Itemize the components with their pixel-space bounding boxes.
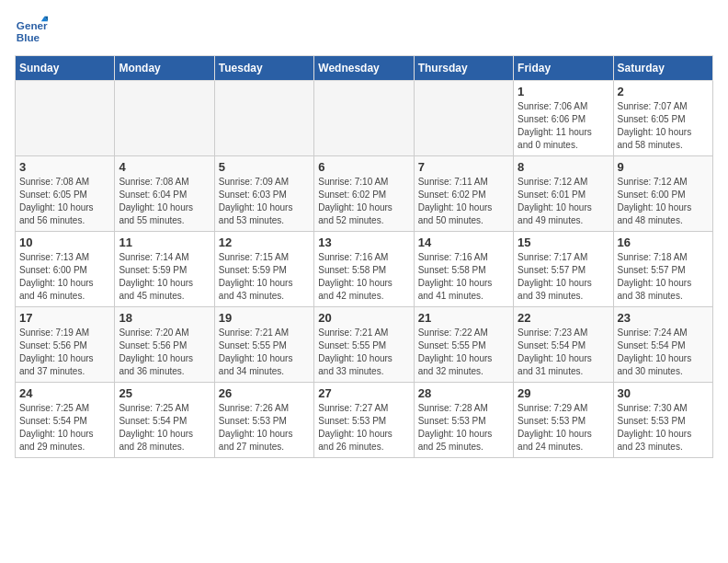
day-info: Sunrise: 7:21 AM Sunset: 5:55 PM Dayligh… bbox=[318, 327, 409, 378]
day-info: Sunrise: 7:20 AM Sunset: 5:56 PM Dayligh… bbox=[119, 327, 210, 378]
day-info: Sunrise: 7:15 AM Sunset: 5:59 PM Dayligh… bbox=[219, 251, 310, 303]
day-info: Sunrise: 7:29 AM Sunset: 5:53 PM Dayligh… bbox=[518, 402, 609, 454]
day-number: 6 bbox=[318, 160, 409, 174]
logo: General Blue bbox=[15, 15, 48, 48]
day-info: Sunrise: 7:24 AM Sunset: 5:54 PM Dayligh… bbox=[618, 327, 709, 378]
day-number: 13 bbox=[318, 236, 409, 249]
page-header: General Blue bbox=[15, 15, 713, 48]
day-info: Sunrise: 7:09 AM Sunset: 6:03 PM Dayligh… bbox=[219, 176, 310, 227]
calendar-week-row: 1Sunrise: 7:06 AM Sunset: 6:06 PM Daylig… bbox=[16, 81, 713, 156]
calendar-cell: 3Sunrise: 7:08 AM Sunset: 6:05 PM Daylig… bbox=[16, 156, 115, 232]
calendar-cell: 26Sunrise: 7:26 AM Sunset: 5:53 PM Dayli… bbox=[214, 383, 313, 458]
day-info: Sunrise: 7:13 AM Sunset: 6:00 PM Dayligh… bbox=[19, 251, 110, 303]
day-info: Sunrise: 7:10 AM Sunset: 6:02 PM Dayligh… bbox=[318, 176, 409, 227]
day-number: 20 bbox=[318, 311, 409, 325]
day-number: 2 bbox=[618, 85, 709, 98]
day-info: Sunrise: 7:18 AM Sunset: 5:57 PM Dayligh… bbox=[618, 251, 709, 303]
calendar-cell: 22Sunrise: 7:23 AM Sunset: 5:54 PM Dayli… bbox=[514, 307, 613, 383]
day-info: Sunrise: 7:25 AM Sunset: 5:54 PM Dayligh… bbox=[19, 402, 110, 454]
calendar-cell: 30Sunrise: 7:30 AM Sunset: 5:53 PM Dayli… bbox=[613, 383, 712, 458]
day-number: 23 bbox=[618, 311, 709, 325]
calendar-cell bbox=[214, 81, 313, 156]
day-number: 26 bbox=[219, 386, 310, 400]
day-number: 30 bbox=[618, 386, 709, 400]
day-number: 21 bbox=[418, 311, 509, 325]
calendar-cell bbox=[414, 81, 513, 156]
day-info: Sunrise: 7:30 AM Sunset: 5:53 PM Dayligh… bbox=[618, 402, 709, 454]
day-info: Sunrise: 7:12 AM Sunset: 6:01 PM Dayligh… bbox=[518, 176, 609, 227]
calendar-cell bbox=[16, 81, 115, 156]
day-number: 24 bbox=[19, 386, 110, 400]
day-number: 8 bbox=[518, 160, 609, 174]
calendar-cell: 20Sunrise: 7:21 AM Sunset: 5:55 PM Dayli… bbox=[314, 307, 414, 383]
day-number: 9 bbox=[618, 160, 709, 174]
column-header-monday: Monday bbox=[115, 56, 214, 81]
calendar-cell bbox=[115, 81, 214, 156]
calendar-header-row: SundayMondayTuesdayWednesdayThursdayFrid… bbox=[16, 56, 713, 81]
day-number: 11 bbox=[119, 236, 210, 249]
day-number: 27 bbox=[318, 386, 409, 400]
calendar-week-row: 3Sunrise: 7:08 AM Sunset: 6:05 PM Daylig… bbox=[16, 156, 713, 232]
day-info: Sunrise: 7:21 AM Sunset: 5:55 PM Dayligh… bbox=[219, 327, 310, 378]
day-number: 1 bbox=[518, 85, 609, 98]
calendar-cell: 6Sunrise: 7:10 AM Sunset: 6:02 PM Daylig… bbox=[314, 156, 414, 232]
day-number: 22 bbox=[518, 311, 609, 325]
calendar-cell: 25Sunrise: 7:25 AM Sunset: 5:54 PM Dayli… bbox=[115, 383, 214, 458]
day-info: Sunrise: 7:06 AM Sunset: 6:06 PM Dayligh… bbox=[518, 100, 609, 152]
calendar-cell: 4Sunrise: 7:08 AM Sunset: 6:04 PM Daylig… bbox=[115, 156, 214, 232]
calendar-cell: 14Sunrise: 7:16 AM Sunset: 5:58 PM Dayli… bbox=[414, 232, 513, 307]
day-info: Sunrise: 7:25 AM Sunset: 5:54 PM Dayligh… bbox=[119, 402, 210, 454]
column-header-saturday: Saturday bbox=[613, 56, 712, 81]
calendar-cell: 27Sunrise: 7:27 AM Sunset: 5:53 PM Dayli… bbox=[314, 383, 414, 458]
day-number: 5 bbox=[219, 160, 310, 174]
calendar-cell: 13Sunrise: 7:16 AM Sunset: 5:58 PM Dayli… bbox=[314, 232, 414, 307]
column-header-wednesday: Wednesday bbox=[314, 56, 414, 81]
day-info: Sunrise: 7:11 AM Sunset: 6:02 PM Dayligh… bbox=[418, 176, 509, 227]
day-info: Sunrise: 7:19 AM Sunset: 5:56 PM Dayligh… bbox=[19, 327, 110, 378]
day-info: Sunrise: 7:16 AM Sunset: 5:58 PM Dayligh… bbox=[318, 251, 409, 303]
calendar-cell: 5Sunrise: 7:09 AM Sunset: 6:03 PM Daylig… bbox=[214, 156, 313, 232]
day-number: 10 bbox=[19, 236, 110, 249]
svg-text:Blue: Blue bbox=[17, 31, 40, 43]
calendar-cell: 2Sunrise: 7:07 AM Sunset: 6:05 PM Daylig… bbox=[613, 81, 712, 156]
calendar-cell: 21Sunrise: 7:22 AM Sunset: 5:55 PM Dayli… bbox=[414, 307, 513, 383]
logo-icon: General Blue bbox=[15, 15, 48, 48]
calendar-cell: 29Sunrise: 7:29 AM Sunset: 5:53 PM Dayli… bbox=[514, 383, 613, 458]
calendar-cell: 24Sunrise: 7:25 AM Sunset: 5:54 PM Dayli… bbox=[16, 383, 115, 458]
column-header-friday: Friday bbox=[514, 56, 613, 81]
calendar-cell: 28Sunrise: 7:28 AM Sunset: 5:53 PM Dayli… bbox=[414, 383, 513, 458]
calendar-cell: 1Sunrise: 7:06 AM Sunset: 6:06 PM Daylig… bbox=[514, 81, 613, 156]
day-number: 7 bbox=[418, 160, 509, 174]
calendar-cell: 23Sunrise: 7:24 AM Sunset: 5:54 PM Dayli… bbox=[613, 307, 712, 383]
calendar-cell: 19Sunrise: 7:21 AM Sunset: 5:55 PM Dayli… bbox=[214, 307, 313, 383]
calendar-cell bbox=[314, 81, 414, 156]
day-info: Sunrise: 7:28 AM Sunset: 5:53 PM Dayligh… bbox=[418, 402, 509, 454]
day-info: Sunrise: 7:08 AM Sunset: 6:04 PM Dayligh… bbox=[119, 176, 210, 227]
day-number: 3 bbox=[19, 160, 110, 174]
day-number: 12 bbox=[219, 236, 310, 249]
calendar-cell: 12Sunrise: 7:15 AM Sunset: 5:59 PM Dayli… bbox=[214, 232, 313, 307]
calendar-week-row: 10Sunrise: 7:13 AM Sunset: 6:00 PM Dayli… bbox=[16, 232, 713, 307]
day-info: Sunrise: 7:08 AM Sunset: 6:05 PM Dayligh… bbox=[19, 176, 110, 227]
column-header-tuesday: Tuesday bbox=[214, 56, 313, 81]
day-info: Sunrise: 7:07 AM Sunset: 6:05 PM Dayligh… bbox=[618, 100, 709, 152]
day-info: Sunrise: 7:23 AM Sunset: 5:54 PM Dayligh… bbox=[518, 327, 609, 378]
day-number: 29 bbox=[518, 386, 609, 400]
calendar-cell: 11Sunrise: 7:14 AM Sunset: 5:59 PM Dayli… bbox=[115, 232, 214, 307]
calendar-table: SundayMondayTuesdayWednesdayThursdayFrid… bbox=[15, 55, 713, 458]
calendar-cell: 8Sunrise: 7:12 AM Sunset: 6:01 PM Daylig… bbox=[514, 156, 613, 232]
calendar-cell: 7Sunrise: 7:11 AM Sunset: 6:02 PM Daylig… bbox=[414, 156, 513, 232]
day-number: 4 bbox=[119, 160, 210, 174]
column-header-sunday: Sunday bbox=[16, 56, 115, 81]
day-info: Sunrise: 7:14 AM Sunset: 5:59 PM Dayligh… bbox=[119, 251, 210, 303]
day-number: 16 bbox=[618, 236, 709, 249]
day-number: 28 bbox=[418, 386, 509, 400]
calendar-cell: 10Sunrise: 7:13 AM Sunset: 6:00 PM Dayli… bbox=[16, 232, 115, 307]
calendar-cell: 16Sunrise: 7:18 AM Sunset: 5:57 PM Dayli… bbox=[613, 232, 712, 307]
day-info: Sunrise: 7:22 AM Sunset: 5:55 PM Dayligh… bbox=[418, 327, 509, 378]
day-number: 18 bbox=[119, 311, 210, 325]
day-info: Sunrise: 7:17 AM Sunset: 5:57 PM Dayligh… bbox=[518, 251, 609, 303]
day-number: 17 bbox=[19, 311, 110, 325]
day-number: 15 bbox=[518, 236, 609, 249]
calendar-cell: 17Sunrise: 7:19 AM Sunset: 5:56 PM Dayli… bbox=[16, 307, 115, 383]
